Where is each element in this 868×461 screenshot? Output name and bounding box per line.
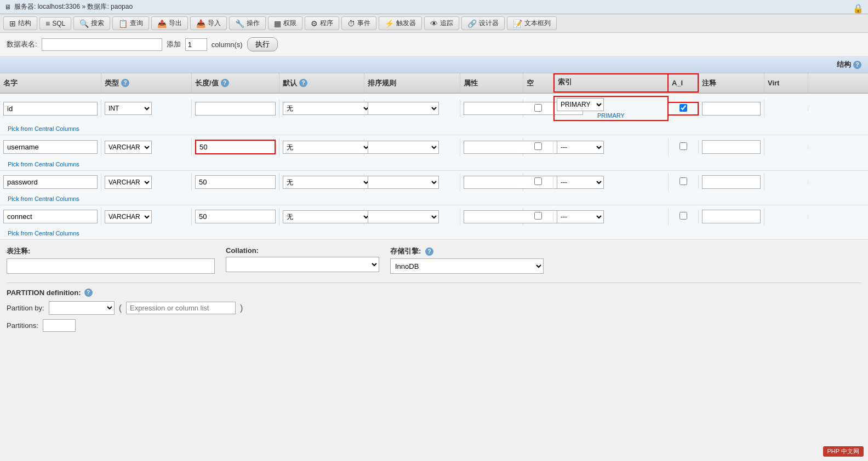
partition-help-icon[interactable]: ? [84,289,93,297]
partition-section: PARTITION definition: ? Partition by: HA… [7,283,861,332]
pick-link-1[interactable]: Pick from Central Columns [4,160,83,169]
pick-row-3: Pick from Central Columns [0,228,868,239]
partition-expression-input[interactable] [126,302,236,314]
toolbar-btn-搜索[interactable]: 🔍搜索 [73,16,110,30]
cell-collation-1 [364,139,460,156]
toolbar-btn-事件[interactable]: ⏱事件 [341,16,376,30]
cell-default-2: 无CURRENT_TIMESTAMPNULL [279,174,364,191]
ai-checkbox-3[interactable] [679,212,687,220]
default-help-icon[interactable]: ? [299,79,307,87]
toolbar-btn-文本框列[interactable]: 📝文本框列 [507,16,557,30]
structure-help-icon[interactable]: ? [853,61,861,69]
storage-select[interactable]: InnoDB MyISAM MEMORY [390,258,544,274]
name-input-0[interactable] [3,102,98,116]
pick-link-3[interactable]: Pick from Central Columns [4,229,83,238]
null-checkbox-2[interactable] [534,177,542,185]
name-input-3[interactable] [3,210,98,223]
cell-comment-0 [699,100,764,118]
toolbar-btn-结构[interactable]: ⊞结构 [3,16,37,30]
ai-checkbox-0[interactable] [679,104,687,112]
collation-select[interactable] [226,257,379,272]
add-count-input[interactable] [185,38,207,51]
col-header-collation: 排序规则 [364,73,460,93]
collation-select-1[interactable] [368,141,439,154]
toolbar: ⊞结构≡SQL🔍搜索📋查询📤导出📥导入🔧操作▦权限⚙程序⏱事件⚡触发器👁追踪🔗设… [0,14,868,33]
cell-default-3: 无CURRENT_TIMESTAMPNULL [279,208,364,226]
toolbar-btn-设计器[interactable]: 🔗设计器 [461,16,505,30]
table-name-input[interactable] [42,38,162,51]
partition-by-select[interactable]: HASH KEY RANGE LIST [49,301,115,315]
cell-ai-2 [669,175,699,189]
table-comment-input[interactable] [7,258,215,274]
type-select-1[interactable]: INTVARCHARTEXTBIGINTTINYINTFLOATDOUBLEDA… [105,141,152,154]
comment-input-0[interactable] [702,102,761,116]
ai-checkbox-1[interactable] [679,142,687,150]
name-input-1[interactable] [3,140,98,154]
title-text: 服务器: localhost:3306 » 数据库: paopao [14,2,133,11]
index-select-0[interactable]: ---PRIMARYUNIQUEINDEXFULLTEXT [557,98,604,111]
cell-type-0: INTVARCHARTEXTBIGINTTINYINTFLOATDOUBLEDA… [101,100,192,117]
data-row-2: INTVARCHARTEXTBIGINTTINYINTFLOATDOUBLEDA… [0,171,868,193]
toolbar-btn-权限[interactable]: ▦权限 [268,16,302,30]
partitions-input[interactable] [43,319,76,332]
cell-null-0 [523,102,553,116]
storage-help-icon[interactable]: ? [425,247,433,256]
rows-container: INTVARCHARTEXTBIGINTTINYINTFLOATDOUBLEDA… [0,94,868,240]
name-input-2[interactable] [3,175,98,189]
toolbar-btn-导入[interactable]: 📥导入 [190,16,227,30]
row-group-2: INTVARCHARTEXTBIGINTTINYINTFLOATDOUBLEDA… [0,171,868,205]
storage-section: 存储引擎: ? InnoDB MyISAM MEMORY [390,246,544,274]
type-select-0[interactable]: INTVARCHARTEXTBIGINTTINYINTFLOATDOUBLEDA… [105,102,152,115]
cell-ai-1 [669,140,699,154]
cell-ai-0 [669,102,699,116]
cell-virt-3 [764,215,808,219]
index-select-1[interactable]: ---PRIMARYUNIQUEINDEXFULLTEXT [557,141,604,154]
cell-length-2 [192,173,279,191]
comment-input-3[interactable] [702,210,761,223]
pick-link-0[interactable]: Pick from Central Columns [4,124,83,133]
toolbar-btn-导出[interactable]: 📤导出 [151,16,188,30]
collation-label: Collation: [226,246,379,255]
pick-link-2[interactable]: Pick from Central Columns [4,194,83,203]
cell-type-2: INTVARCHARTEXTBIGINTTINYINTFLOATDOUBLEDA… [101,174,192,191]
default-select-1[interactable]: 无CURRENT_TIMESTAMPNULL [283,141,371,154]
toolbar-btn-追踪[interactable]: 👁追踪 [424,16,459,30]
null-checkbox-1[interactable] [534,142,542,150]
columns-label: column(s) [212,41,243,49]
cell-index-2: ---PRIMARYUNIQUEINDEXFULLTEXT [553,174,669,191]
index-select-3[interactable]: ---PRIMARYUNIQUEINDEXFULLTEXT [557,210,604,223]
toolbar-btn-触发器[interactable]: ⚡触发器 [379,16,422,30]
ai-checkbox-2[interactable] [679,177,687,185]
data-row-1: INTVARCHARTEXTBIGINTTINYINTFLOATDOUBLEDA… [0,135,868,159]
collation-select-2[interactable] [368,176,439,189]
columns-table: 名字 类型? 长度/值? 默认? 排序规则 属性 空 索引 A_I 注释 Vir… [0,73,868,240]
length-input-3[interactable] [195,210,276,223]
default-select-2[interactable]: 无CURRENT_TIMESTAMPNULL [283,176,371,189]
col-header-default: 默认? [279,73,364,93]
length-input-0[interactable] [195,102,276,116]
length-input-1[interactable] [195,140,276,154]
toolbar-btn-查询[interactable]: 📋查询 [112,16,149,30]
toolbar-btn-SQL[interactable]: ≡SQL [39,17,71,30]
type-select-2[interactable]: INTVARCHARTEXTBIGINTTINYINTFLOATDOUBLEDA… [105,176,152,189]
collation-select-0[interactable] [368,102,439,115]
toolbar-btn-程序[interactable]: ⚙程序 [305,16,339,30]
exec-button[interactable]: 执行 [247,37,278,51]
type-help-icon[interactable]: ? [121,79,129,87]
cell-type-1: INTVARCHARTEXTBIGINTTINYINTFLOATDOUBLEDA… [101,139,192,156]
default-select-0[interactable]: 无CURRENT_TIMESTAMPNULL [283,102,371,115]
length-help-icon[interactable]: ? [221,79,229,87]
comment-input-1[interactable] [702,140,761,154]
toolbar-btn-操作[interactable]: 🔧操作 [229,16,266,30]
type-select-3[interactable]: INTVARCHARTEXTBIGINTTINYINTFLOATDOUBLEDA… [105,210,152,223]
comment-input-2[interactable] [702,175,761,189]
null-checkbox-3[interactable] [534,212,542,220]
length-input-2[interactable] [195,175,276,189]
default-select-3[interactable]: 无CURRENT_TIMESTAMPNULL [283,210,371,223]
data-row-3: INTVARCHARTEXTBIGINTTINYINTFLOATDOUBLEDA… [0,205,868,228]
collation-select-3[interactable] [368,210,439,223]
cell-attribute-1: BINARYUNSIGNEDUNSIGNED ZEROFILLon update… [460,139,523,156]
null-checkbox-0[interactable] [534,104,542,112]
col-header-index: 索引 [553,73,669,93]
index-select-2[interactable]: ---PRIMARYUNIQUEINDEXFULLTEXT [557,176,604,189]
